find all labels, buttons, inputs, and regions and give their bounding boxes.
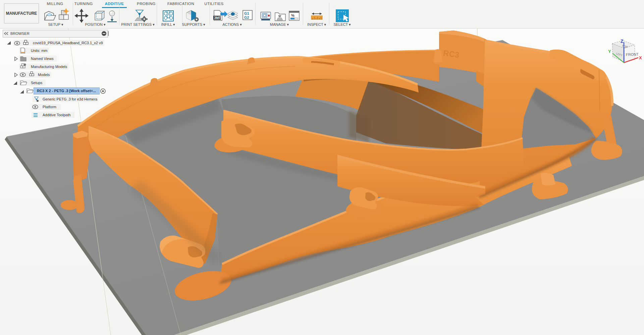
svg-text:%: % <box>291 13 294 17</box>
svg-text:G2: G2 <box>244 15 249 19</box>
svg-text:3MF: 3MF <box>214 16 221 20</box>
svg-text:X: X <box>639 55 642 60</box>
svg-text:Y: Y <box>608 49 611 54</box>
svg-text:FRONT: FRONT <box>626 52 639 57</box>
svg-text:Z: Z <box>621 39 624 44</box>
svg-text:G1: G1 <box>244 11 249 15</box>
